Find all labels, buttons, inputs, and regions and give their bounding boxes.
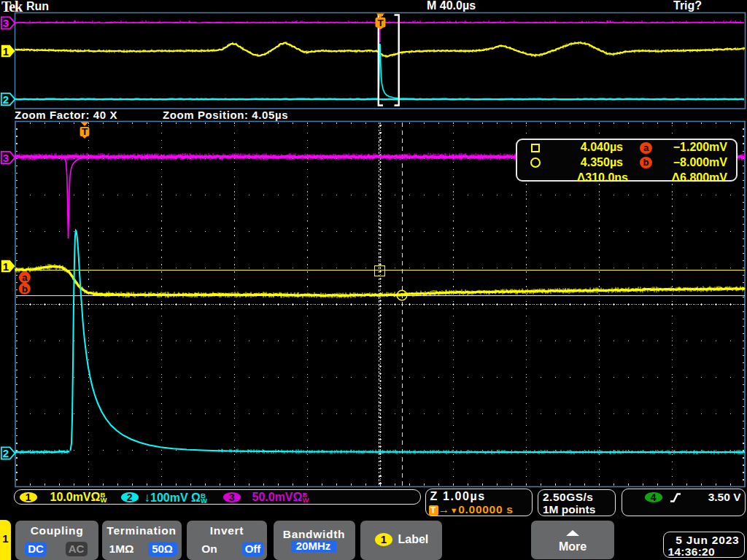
svg-text:b: b [22,284,28,295]
svg-text:3: 3 [3,17,9,29]
svg-text:2: 2 [3,447,9,459]
svg-text:T: T [82,126,88,137]
svg-text:3: 3 [3,152,9,164]
svg-text:2: 2 [3,93,9,106]
svg-text:T: T [377,18,384,28]
svg-text:1: 1 [3,45,9,58]
svg-text:a: a [22,272,28,283]
svg-text:1: 1 [3,260,9,273]
